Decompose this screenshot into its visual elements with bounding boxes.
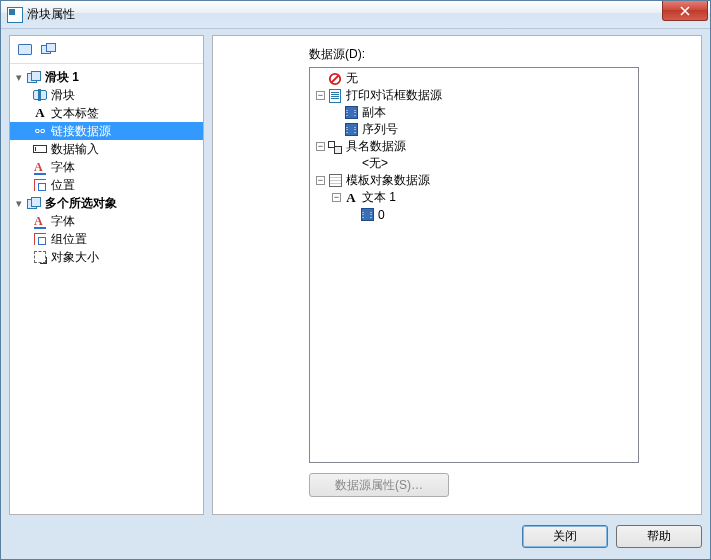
collapse-icon[interactable]: ▾ <box>12 71 26 84</box>
nav-section-label: 滑块 1 <box>45 69 79 86</box>
close-dialog-button[interactable]: 关闭 <box>522 525 608 548</box>
ds-item-label: 0 <box>378 208 385 222</box>
ds-item-label: 文本 1 <box>362 189 396 206</box>
forbid-icon <box>327 71 343 87</box>
toolbar-single-object-button[interactable] <box>14 39 36 61</box>
text-icon: A <box>343 190 359 206</box>
nav-item-label: 文本标签 <box>51 105 99 122</box>
nav-item-label: 数据输入 <box>51 141 99 158</box>
nav-item-label: 位置 <box>51 177 75 194</box>
ds-item-template[interactable]: − 模板对象数据源 <box>310 172 638 189</box>
nav-item-label: 滑块 <box>51 87 75 104</box>
ds-item-named-empty[interactable]: <无> <box>310 155 638 172</box>
link-icon <box>32 123 48 139</box>
nav-tree[interactable]: ▾ 滑块 1 滑块 A 文本标签 链接数据源 数 <box>10 64 203 514</box>
nav-item-group-position[interactable]: 组位置 <box>10 230 203 248</box>
ds-item-text1-0[interactable]: ⋮⋮ 0 <box>310 206 638 223</box>
ds-item-serial[interactable]: ⋮⋮ 序列号 <box>310 121 638 138</box>
collapse-icon[interactable]: ▾ <box>12 197 26 210</box>
nav-item-slider[interactable]: 滑块 <box>10 86 203 104</box>
ds-item-label: 打印对话框数据源 <box>346 87 442 104</box>
document-icon <box>327 88 343 104</box>
right-panel: 数据源(D): 无 − 打印对话框数据源 ⋮⋮ 副本 <box>212 35 702 515</box>
close-button[interactable] <box>662 1 708 21</box>
data-icon: ⋮⋮ <box>359 207 375 223</box>
ds-item-label: <无> <box>362 155 388 172</box>
window-title: 滑块属性 <box>27 6 75 23</box>
nav-item-label: 字体 <box>51 213 75 230</box>
client-area: ▾ 滑块 1 滑块 A 文本标签 链接数据源 数 <box>9 35 702 515</box>
input-icon <box>32 141 48 157</box>
ds-item-print-dialog[interactable]: − 打印对话框数据源 <box>310 87 638 104</box>
font-icon: A <box>32 213 48 229</box>
font-icon: A <box>32 159 48 175</box>
footer: 关闭 帮助 <box>9 521 702 551</box>
datasource-properties-button[interactable]: 数据源属性(S)… <box>309 473 449 497</box>
dialog-window: 滑块属性 ▾ 滑块 1 滑块 A <box>0 0 711 560</box>
nav-item-data-input[interactable]: 数据输入 <box>10 140 203 158</box>
multi-rect-icon <box>41 43 57 57</box>
collapse-icon[interactable]: − <box>316 91 325 100</box>
collapse-icon[interactable]: − <box>332 193 341 202</box>
ds-item-copies[interactable]: ⋮⋮ 副本 <box>310 104 638 121</box>
ds-item-label: 无 <box>346 70 358 87</box>
close-icon <box>680 6 690 16</box>
data-icon: ⋮⋮ <box>343 105 359 121</box>
ds-item-label: 具名数据源 <box>346 138 406 155</box>
template-icon <box>327 173 343 189</box>
nav-item-object-size[interactable]: 对象大小 <box>10 248 203 266</box>
svg-line-1 <box>332 75 339 82</box>
ds-item-label: 序列号 <box>362 121 398 138</box>
nav-item-font[interactable]: A 字体 <box>10 158 203 176</box>
ds-item-named[interactable]: − 具名数据源 <box>310 138 638 155</box>
text-icon: A <box>32 105 48 121</box>
titlebar[interactable]: 滑块属性 <box>1 1 710 29</box>
nav-item-position[interactable]: 位置 <box>10 176 203 194</box>
nav-item-label: 组位置 <box>51 231 87 248</box>
nav-item-text-label[interactable]: A 文本标签 <box>10 104 203 122</box>
ds-item-label: 模板对象数据源 <box>346 172 430 189</box>
nav-item-label: 字体 <box>51 159 75 176</box>
ds-item-none[interactable]: 无 <box>310 70 638 87</box>
ds-item-text1[interactable]: − A 文本 1 <box>310 189 638 206</box>
single-rect-icon <box>18 44 32 55</box>
nav-section-slider[interactable]: ▾ 滑块 1 <box>10 68 203 86</box>
ds-item-label: 副本 <box>362 104 386 121</box>
slider-icon <box>26 69 42 85</box>
datasource-label: 数据源(D): <box>309 46 689 63</box>
nav-section-label: 多个所选对象 <box>45 195 117 212</box>
collapse-icon[interactable]: − <box>316 142 325 151</box>
left-toolbar <box>10 36 203 64</box>
nav-item-label: 链接数据源 <box>51 123 111 140</box>
left-panel: ▾ 滑块 1 滑块 A 文本标签 链接数据源 数 <box>9 35 204 515</box>
position-icon <box>32 231 48 247</box>
toolbar-multi-object-button[interactable] <box>38 39 60 61</box>
nav-item-link-datasource[interactable]: 链接数据源 <box>10 122 203 140</box>
size-icon <box>32 249 48 265</box>
named-icon <box>327 139 343 155</box>
nav-section-multi[interactable]: ▾ 多个所选对象 <box>10 194 203 212</box>
nav-item-font-group[interactable]: A 字体 <box>10 212 203 230</box>
help-button[interactable]: 帮助 <box>616 525 702 548</box>
app-icon <box>7 7 23 23</box>
multi-select-icon <box>26 195 42 211</box>
slider-icon <box>32 87 48 103</box>
collapse-icon[interactable]: − <box>316 176 325 185</box>
data-icon: ⋮⋮ <box>343 122 359 138</box>
nav-item-label: 对象大小 <box>51 249 99 266</box>
position-icon <box>32 177 48 193</box>
datasource-tree[interactable]: 无 − 打印对话框数据源 ⋮⋮ 副本 ⋮⋮ 序列号 <box>309 67 639 463</box>
